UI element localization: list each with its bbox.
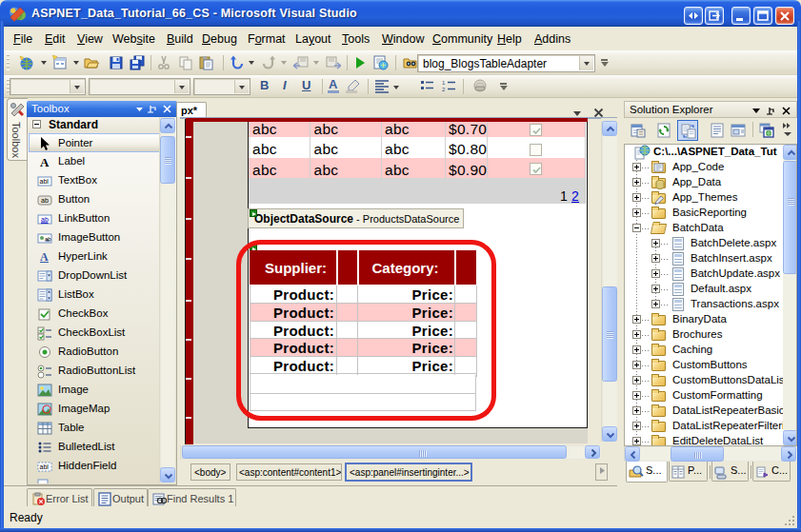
svg-text:A: A (40, 250, 49, 264)
svg-text:ab: ab (45, 236, 51, 242)
svg-text:ab: ab (41, 216, 49, 223)
svg-text:abl: abl (40, 463, 50, 470)
svg-text:1: 1 (442, 80, 446, 86)
svg-text:2: 2 (442, 87, 446, 92)
svg-text:abl: abl (40, 178, 50, 185)
svg-text:a: a (39, 482, 43, 483)
svg-text:ab: ab (41, 197, 49, 204)
svg-text:A: A (40, 155, 50, 169)
